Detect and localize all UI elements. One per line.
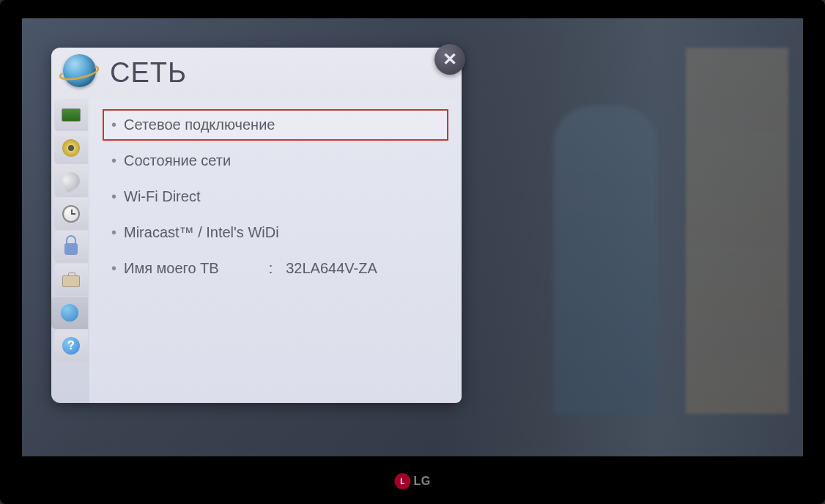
menu-item-value: 32LA644V-ZA bbox=[286, 260, 377, 277]
bullet-icon: • bbox=[111, 188, 116, 205]
bullet-icon: • bbox=[111, 224, 116, 241]
tv-brand-logo: L LG bbox=[394, 473, 430, 489]
sidebar-item-help[interactable]: ? bbox=[54, 330, 88, 362]
tv-frame: СЕТЬ ✕ bbox=[0, 0, 825, 504]
menu-content: • Сетевое подключение • Состояние сети •… bbox=[89, 97, 462, 403]
settings-panel: СЕТЬ ✕ bbox=[51, 48, 462, 403]
bullet-icon: • bbox=[111, 116, 116, 133]
menu-item-label: Имя моего ТВ bbox=[124, 260, 219, 277]
briefcase-icon bbox=[61, 272, 81, 288]
close-icon: ✕ bbox=[443, 49, 457, 70]
menu-item-label: Сетевое подключение bbox=[124, 116, 275, 133]
lg-circle-icon: L bbox=[394, 473, 410, 489]
sidebar-item-network[interactable] bbox=[51, 297, 88, 329]
sidebar-item-lock[interactable] bbox=[54, 231, 88, 263]
sidebar-item-options[interactable] bbox=[54, 264, 88, 296]
disc-icon bbox=[61, 140, 81, 156]
menu-item-label: Состояние сети bbox=[124, 152, 231, 169]
panel-header: СЕТЬ ✕ bbox=[51, 48, 462, 97]
globe-icon bbox=[59, 305, 80, 321]
lg-text: LG bbox=[413, 475, 430, 488]
lock-icon bbox=[61, 239, 81, 255]
clock-icon bbox=[61, 206, 81, 222]
menu-item-network-status[interactable]: • Состояние сети bbox=[103, 145, 448, 177]
tv-screen: СЕТЬ ✕ bbox=[22, 18, 803, 456]
satellite-icon bbox=[61, 173, 81, 189]
panel-title: СЕТЬ bbox=[110, 57, 187, 89]
sidebar-item-time[interactable] bbox=[54, 198, 88, 230]
network-globe-icon bbox=[63, 54, 100, 91]
bullet-icon: • bbox=[111, 260, 116, 277]
menu-item-network-connection[interactable]: • Сетевое подключение bbox=[103, 109, 448, 141]
panel-body: ? • Сетевое подключение • Состояние сети… bbox=[51, 97, 462, 403]
person-reflection bbox=[554, 106, 656, 414]
menu-item-tv-name[interactable]: • Имя моего ТВ : 32LA644V-ZA bbox=[103, 253, 448, 284]
monitor-icon bbox=[61, 107, 81, 123]
help-icon: ? bbox=[61, 338, 81, 354]
sidebar-item-picture[interactable] bbox=[54, 99, 88, 131]
menu-item-label: Wi-Fi Direct bbox=[124, 188, 200, 205]
sidebar-item-channel[interactable] bbox=[54, 165, 88, 197]
close-button[interactable]: ✕ bbox=[434, 44, 465, 75]
door-reflection bbox=[686, 48, 788, 414]
separator: : bbox=[269, 260, 273, 277]
menu-item-label: Miracast™ / Intel's WiDi bbox=[124, 224, 279, 241]
sidebar-item-sound[interactable] bbox=[54, 132, 88, 164]
sidebar: ? bbox=[51, 97, 89, 403]
menu-item-miracast[interactable]: • Miracast™ / Intel's WiDi bbox=[103, 217, 448, 248]
menu-item-wifi-direct[interactable]: • Wi-Fi Direct bbox=[103, 181, 448, 212]
bullet-icon: • bbox=[111, 152, 116, 169]
